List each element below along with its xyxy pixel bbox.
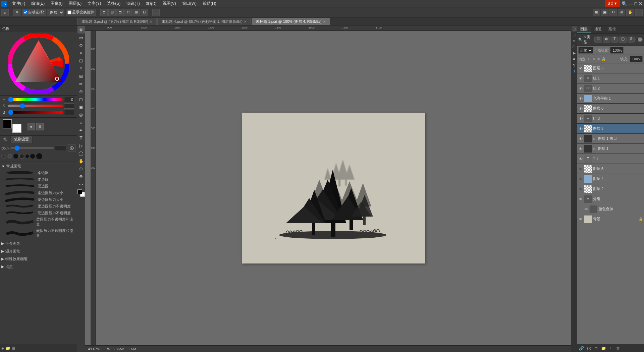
brush-sample-dot-1[interactable]: [25, 155, 29, 158]
brush-size-slider[interactable]: [10, 147, 54, 149]
tab-1[interactable]: 未标题-4.psd @ 66.7% (色彩平衡 1, 图层蒙版/8#) ✕: [157, 18, 251, 25]
list-item[interactable]: 硬固压力不透明度和流量: [4, 228, 75, 239]
tab-0-close[interactable]: ✕: [150, 20, 152, 23]
tool-gradient[interactable]: ▣: [77, 103, 85, 111]
layer-vis-2[interactable]: 👁: [578, 86, 583, 91]
align-top-btn[interactable]: ⊓: [124, 9, 132, 16]
zoom-btn[interactable]: ⊕: [618, 9, 625, 16]
menu-filter[interactable]: 滤镜(T): [124, 0, 142, 7]
layer-vis-0[interactable]: 👁: [578, 66, 583, 71]
tool-zoom-out[interactable]: ⊖: [77, 173, 85, 180]
tool-clone[interactable]: ⊕: [77, 88, 85, 95]
list-item[interactable]: 柔边圆: [4, 169, 75, 176]
filter-adjust-btn[interactable]: ◐: [603, 37, 610, 43]
layer-vis-15[interactable]: 👁: [578, 217, 583, 222]
rotate-btn[interactable]: ↻: [609, 9, 617, 16]
list-item[interactable]: 硬边圆: [4, 183, 75, 189]
tab-1-close[interactable]: ✕: [244, 20, 247, 23]
tool-fg-bg[interactable]: [77, 189, 85, 197]
layer-vis-9[interactable]: 👁: [578, 157, 583, 161]
hardness-icon[interactable]: [68, 144, 75, 152]
layer-fx-btn[interactable]: ƒx: [586, 345, 592, 351]
lock-transparency-btn[interactable]: ☐: [588, 57, 591, 61]
layers-tab-channels[interactable]: 通道: [591, 25, 605, 33]
layer-row-13[interactable]: 👁 ▼ 分组: [577, 194, 644, 204]
right-icon-layers[interactable]: ⊟: [572, 26, 577, 32]
tab-2-close[interactable]: ✕: [323, 20, 326, 23]
layer-vis-5[interactable]: 👁: [578, 116, 583, 121]
list-item[interactable]: 柔边圆: [4, 176, 75, 183]
bright-value[interactable]: 0: [64, 110, 74, 115]
canvas-document[interactable]: [242, 113, 425, 263]
menu-view[interactable]: 视图(V): [160, 0, 179, 7]
quick-mask-btn[interactable]: ◈: [28, 123, 35, 130]
menu-layer[interactable]: 图层(L): [66, 0, 85, 7]
tool-pen[interactable]: ✒: [77, 126, 85, 134]
hand-btn[interactable]: ✋: [626, 9, 634, 16]
brush-tab-main[interactable]: 笔: [0, 136, 11, 143]
hue-value[interactable]: 0: [64, 97, 74, 102]
folder-btn[interactable]: 📁: [5, 346, 10, 351]
foreground-color[interactable]: [3, 119, 12, 128]
hue-slider[interactable]: [8, 98, 63, 101]
auto-select-checkbox[interactable]: [23, 10, 28, 14]
layer-vis-6[interactable]: 👁: [578, 126, 583, 131]
lock-position-btn[interactable]: ✥: [597, 57, 600, 61]
layer-row-15[interactable]: 👁 背景 🔒: [577, 214, 644, 224]
tool-lasso[interactable]: ⊙: [77, 42, 85, 49]
lock-paint-btn[interactable]: ✏: [593, 57, 596, 61]
layer-vis-7[interactable]: 👁: [578, 136, 583, 141]
align-bottom-btn[interactable]: ⊔: [141, 9, 148, 16]
color-wheel-area[interactable]: [8, 34, 69, 94]
menu-window[interactable]: 窗口(W): [179, 0, 199, 7]
arrange-btn[interactable]: ⊞: [593, 9, 600, 16]
align-left-btn[interactable]: ⊏: [100, 9, 108, 16]
brush-sample-1[interactable]: [1, 154, 6, 159]
align-middle-btn[interactable]: ⊞: [132, 9, 140, 16]
right-icon-info[interactable]: ℹ: [572, 68, 577, 74]
filter-toggle[interactable]: [635, 37, 643, 42]
layer-group-btn[interactable]: 📁: [600, 345, 606, 351]
show-transform-checkbox[interactable]: [67, 10, 71, 14]
filter-shape-btn[interactable]: ◯: [619, 37, 627, 43]
auto-select-type[interactable]: 图层: [47, 9, 64, 16]
layer-row-14[interactable]: 👁 颜色叠加: [577, 204, 644, 214]
lock-all-btn[interactable]: 🔒: [601, 57, 606, 61]
maximize-icon[interactable]: □: [635, 1, 637, 6]
list-item[interactable]: 柔边圆压力不透明度: [4, 203, 75, 210]
close-icon[interactable]: ✕: [639, 1, 643, 6]
tool-hand[interactable]: ✋: [77, 157, 85, 165]
extra-btn[interactable]: ⋮: [635, 9, 643, 16]
right-icon-channels[interactable]: ⊞: [572, 32, 577, 38]
brush-tab-settings[interactable]: 笔刷设置: [11, 136, 33, 143]
overflow-menu-btn[interactable]: ...: [152, 9, 160, 16]
brush-sample-2[interactable]: [7, 154, 12, 159]
tool-path-select[interactable]: ▷: [77, 142, 85, 149]
home-button[interactable]: ⌂: [1, 9, 9, 16]
layer-vis-14[interactable]: 👁: [584, 207, 588, 212]
layer-row-6[interactable]: 👁 图层 8: [577, 124, 644, 134]
menu-text[interactable]: 文字(Y): [85, 0, 104, 7]
layer-vis-13[interactable]: 👁: [578, 197, 583, 201]
fill-input[interactable]: [630, 56, 643, 62]
tool-patch[interactable]: ⊞: [77, 72, 85, 80]
right-icon-actions[interactable]: ▶: [572, 50, 577, 56]
layer-link-btn[interactable]: 🔗: [578, 345, 584, 351]
move-tool-btn[interactable]: ✥: [13, 9, 20, 16]
layer-row-0[interactable]: 👁 图层 3: [577, 63, 644, 73]
filter-smart-btn[interactable]: S: [628, 37, 635, 43]
tool-zoom[interactable]: ⊕: [77, 165, 85, 172]
layers-list[interactable]: 👁 图层 3 👁 ▼ 组 1 👁 S▼ 组 2 👁 色彩平衡: [577, 63, 644, 344]
align-center-btn[interactable]: ⊟: [108, 9, 116, 16]
canvas-wrapper[interactable]: 100 200 300 400 500 600 700: [91, 31, 571, 345]
search-icon[interactable]: 🔍: [622, 1, 627, 6]
brush-sample-dot-2[interactable]: [30, 154, 35, 159]
tool-crop[interactable]: ⊡: [77, 57, 85, 64]
layer-row-8[interactable]: 👁 S 图层 1: [577, 144, 644, 154]
tool-more[interactable]: ⋯: [77, 180, 85, 188]
layer-vis-1[interactable]: 👁: [578, 76, 583, 81]
layer-row-11[interactable]: 👁 图层 4: [577, 174, 644, 184]
list-item[interactable]: 硬边圆压力大小: [4, 196, 75, 203]
preset-folder-regular-header[interactable]: ▼ 常规画笔: [1, 163, 75, 169]
right-icon-history[interactable]: ⏱: [572, 44, 577, 50]
